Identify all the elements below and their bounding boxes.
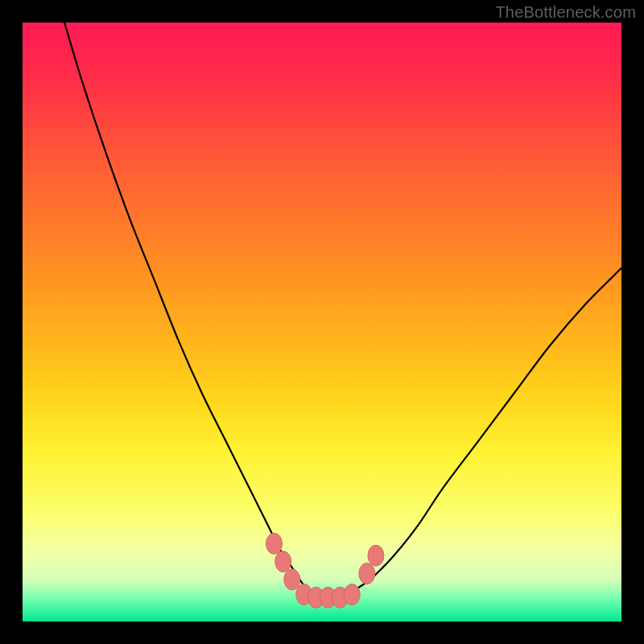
- curve-marker: [344, 584, 360, 605]
- plot-area: [23, 23, 621, 621]
- chart-svg: [23, 23, 621, 621]
- curve-marker: [266, 533, 282, 554]
- curve-marker: [275, 551, 291, 572]
- chart-frame: TheBottleneck.com: [0, 0, 644, 644]
- curve-marker: [284, 569, 300, 590]
- watermark-text: TheBottleneck.com: [495, 3, 636, 22]
- bottleneck-curve: [64, 23, 621, 598]
- curve-marker: [368, 545, 384, 566]
- curve-marker: [359, 563, 375, 584]
- marker-group: [266, 533, 383, 608]
